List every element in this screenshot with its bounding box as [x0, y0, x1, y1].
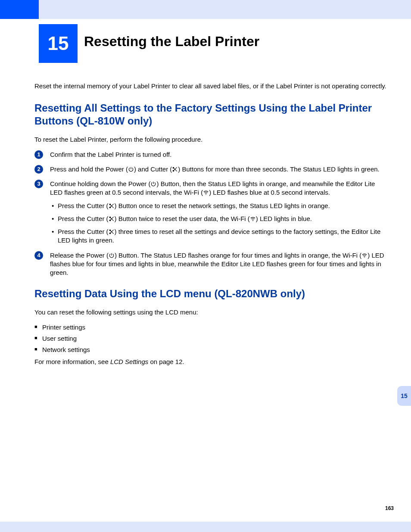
power-icon — [109, 252, 115, 258]
section1-lead: To reset the Label Printer, perform the … — [34, 135, 388, 144]
cutter-icon — [109, 229, 115, 235]
step-number-3: 3 — [34, 180, 43, 188]
side-tab-number: 15 — [401, 392, 408, 399]
wifi-icon — [203, 190, 209, 196]
step-2-text-b: ) and Cutter ( — [134, 165, 172, 173]
step-4-text-a: Release the Power ( — [50, 252, 109, 259]
step-number-4: 4 — [34, 251, 43, 260]
top-accent-square — [0, 0, 39, 19]
step-2: 2 Press and hold the Power () and Cutter… — [34, 165, 388, 174]
step-3-bullet-1-b: ) Button once to reset the network setti… — [115, 202, 330, 209]
step-4: 4 Release the Power () Button. The Statu… — [34, 251, 388, 277]
step-3-bullet-1-a: Press the Cutter ( — [58, 202, 109, 209]
svg-point-7 — [252, 221, 253, 221]
chapter-number-box: 15 — [39, 24, 78, 63]
svg-point-2 — [206, 194, 206, 195]
step-3-bullet-2-a: Press the Cutter ( — [58, 215, 109, 222]
footer-bar — [0, 522, 411, 532]
intro-paragraph: Reset the internal memory of your Label … — [34, 82, 388, 90]
section2-list: Printer settings User setting Network se… — [34, 323, 388, 355]
step-3-text-c: ) LED flashes blue at 0.5 second interva… — [209, 189, 330, 196]
list-item: User setting — [34, 334, 388, 343]
step-4-text-b: ) Button. The Status LED flashes orange … — [115, 252, 361, 259]
step-3-text-a: Continue holding down the Power ( — [50, 180, 150, 187]
power-icon — [150, 181, 156, 187]
wifi-icon — [361, 252, 367, 258]
section2-heading: Resetting Data Using the LCD menu (QL-82… — [34, 287, 388, 300]
cutter-icon — [109, 203, 115, 209]
step-3-bullet-2: Press the Cutter () Button twice to rese… — [50, 215, 388, 223]
step-2-text-a: Press and hold the Power ( — [50, 165, 128, 173]
step-number-1: 1 — [34, 150, 43, 159]
svg-point-10 — [364, 257, 365, 257]
power-icon — [128, 166, 134, 172]
step-1: 1 Confirm that the Label Printer is turn… — [34, 150, 388, 159]
side-chapter-tab: 15 — [397, 386, 411, 406]
step-3-bullet-1: Press the Cutter () Button once to reset… — [50, 202, 388, 210]
cutter-icon — [172, 166, 178, 172]
chapter-number: 15 — [48, 33, 69, 54]
section2-more-info: For more information, see LCD Settings o… — [34, 358, 388, 366]
top-banner — [0, 0, 411, 19]
section2-lead: You can reset the following settings usi… — [34, 308, 388, 317]
step-3-bullet-3: Press the Cutter () three times to reset… — [50, 227, 388, 245]
step-number-2: 2 — [34, 165, 43, 174]
wifi-icon — [250, 216, 256, 222]
cutter-icon — [109, 216, 115, 222]
more-info-b: on page 12. — [148, 358, 184, 365]
more-info-link[interactable]: LCD Settings — [110, 358, 148, 365]
section1-heading: Resetting All Settings to the Factory Se… — [34, 102, 388, 128]
step-3-bullet-2-c: ) LED lights in blue. — [256, 215, 312, 222]
chapter-title: Resetting the Label Printer — [84, 34, 259, 50]
step-1-text: Confirm that the Label Printer is turned… — [50, 151, 171, 158]
page-number: 163 — [385, 505, 394, 511]
page-content: Reset the internal memory of your Label … — [34, 82, 388, 367]
step-3-bullet-2-b: ) Button twice to reset the user data, t… — [115, 215, 250, 222]
more-info-a: For more information, see — [34, 358, 110, 365]
step-3-subbullets: Press the Cutter () Button once to reset… — [50, 202, 388, 245]
step-2-text-c: ) Buttons for more than three seconds. T… — [178, 165, 379, 173]
list-item: Printer settings — [34, 323, 388, 332]
step-3-bullet-3-a: Press the Cutter ( — [58, 228, 109, 235]
step-3: 3 Continue holding down the Power () But… — [34, 180, 388, 245]
list-item: Network settings — [34, 345, 388, 354]
